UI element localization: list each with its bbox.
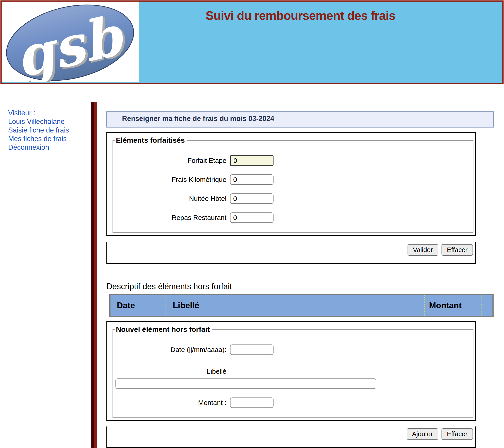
hors-forfait-heading: Descriptif des éléments hors forfait (107, 282, 504, 291)
forfait-row-km: Frais Kilométrique (113, 174, 473, 185)
sidebar-menu: Visiteur : Louis Villechalane Saisie fic… (0, 84, 91, 448)
nouvel-element-box: Nouvel élément hors forfait Date (jj/mm/… (107, 321, 476, 421)
nuitee-hotel-label: Nuitée Hôtel (113, 195, 230, 203)
column-header-libelle: Libellé (166, 295, 425, 316)
fiche-section-title: Renseigner ma fiche de frais du mois 03-… (107, 112, 494, 128)
column-header-date: Date (110, 295, 166, 316)
forfait-legend: Eléments forfaitisés (115, 136, 187, 145)
frais-kilometrique-label: Frais Kilométrique (113, 176, 230, 184)
main-panel: Renseigner ma fiche de frais du mois 03-… (107, 84, 504, 448)
sidebar-item-mes-fiches[interactable]: Mes fiches de frais (8, 134, 91, 143)
nouvel-row-montant: Montant : (113, 397, 473, 408)
column-header-montant: Montant (425, 295, 482, 316)
forfait-etape-label: Forfait Etape (113, 157, 230, 165)
libelle-label: Libellé (113, 368, 230, 375)
content-area: Visiteur : Louis Villechalane Saisie fic… (0, 84, 504, 448)
nouvel-element-fieldset: Nouvel élément hors forfait Date (jj/mm/… (112, 325, 473, 418)
column-header-extra (482, 295, 492, 316)
valider-button[interactable]: Valider (408, 244, 438, 256)
forfait-buttons-box: Valider Effacer (107, 242, 476, 264)
montant-label: Montant : (113, 399, 230, 407)
page-title: Suivi du remboursement des frais (139, 1, 395, 83)
montant-input[interactable] (230, 397, 273, 408)
gsb-logo: gsb gsb (1, 1, 139, 82)
date-input[interactable] (230, 344, 273, 355)
effacer-forfait-button[interactable]: Effacer (442, 244, 473, 256)
sidebar-item-user-name[interactable]: Louis Villechalane (8, 117, 91, 126)
hors-forfait-table-header: Date Libellé Montant (109, 294, 494, 317)
repas-restaurant-label: Repas Restaurant (113, 214, 230, 222)
repas-restaurant-input[interactable] (230, 212, 273, 223)
nouvel-row-libelle-label: Libellé (113, 368, 473, 375)
forfait-row-etape: Forfait Etape (113, 155, 473, 166)
nouvel-buttons-box: Ajouter Effacer (107, 427, 476, 448)
forfait-row-repas: Repas Restaurant (113, 212, 473, 223)
forfait-row-nuitee: Nuitée Hôtel (113, 193, 473, 204)
sidebar-item-visiteur[interactable]: Visiteur : (8, 109, 91, 117)
date-label: Date (jj/mm/aaaa): (113, 346, 230, 354)
forfait-fieldset: Eléments forfaitisés Forfait Etape Frais… (112, 136, 473, 233)
nouvel-element-legend: Nouvel élément hors forfait (115, 325, 212, 334)
nuitee-hotel-input[interactable] (230, 193, 273, 204)
ajouter-button[interactable]: Ajouter (407, 428, 438, 440)
effacer-nouvel-button[interactable]: Effacer (442, 428, 473, 440)
sidebar-item-deconnexion[interactable]: Déconnexion (8, 143, 91, 152)
header-banner: gsb gsb Suivi du remboursement des frais (0, 0, 504, 84)
frais-kilometrique-input[interactable] (230, 174, 273, 185)
vertical-divider (91, 102, 97, 448)
forfait-box: Eléments forfaitisés Forfait Etape Frais… (107, 132, 476, 236)
nouvel-row-date: Date (jj/mm/aaaa): (113, 344, 473, 355)
forfait-etape-input[interactable] (230, 155, 273, 166)
gsb-logo-image: gsb gsb (1, 1, 139, 82)
sidebar-item-saisie-fiche[interactable]: Saisie fiche de frais (8, 126, 91, 134)
libelle-input[interactable] (115, 378, 376, 389)
